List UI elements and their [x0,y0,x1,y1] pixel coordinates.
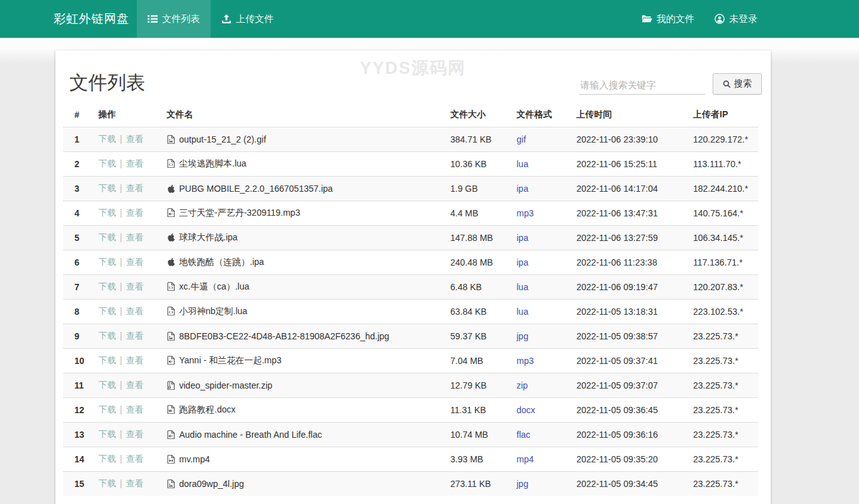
download-link[interactable]: 下载 [98,404,116,414]
file-format-link[interactable]: ipa [517,233,529,243]
download-link[interactable]: 下载 [98,281,116,291]
file-size: 10.74 MB [445,423,511,447]
view-link[interactable]: 查看 [126,404,144,414]
file-format-link[interactable]: ipa [517,257,529,267]
download-link[interactable]: 下载 [98,232,116,242]
download-link[interactable]: 下载 [98,158,116,168]
file-audio-icon [167,430,175,439]
action-separator: | [120,208,122,218]
download-link[interactable]: 下载 [98,478,116,488]
tab-file-list[interactable]: 文件列表 [137,0,211,38]
view-link[interactable]: 查看 [126,306,144,316]
file-name-link[interactable]: 球球大作战.ipa [179,232,238,242]
row-index: 6 [63,250,93,275]
view-link[interactable]: 查看 [126,331,144,341]
file-name-link[interactable]: xc.牛逼（ca）.lua [179,281,249,291]
file-format-link[interactable]: lua [517,307,529,317]
file-name-link[interactable]: 8BDFE0B3-CE22-4D48-AB12-81908A2F6236_hd.… [179,331,389,341]
file-name-link[interactable]: 跑路教程.docx [179,404,235,414]
upload-time: 2022-11-05 09:35:20 [571,447,688,472]
file-format-link[interactable]: zip [517,380,528,390]
action-separator: | [120,380,122,390]
file-format-link[interactable]: mp4 [517,454,534,464]
view-link[interactable]: 查看 [126,232,144,242]
file-name-link[interactable]: 地铁跑酷（连跳）.ipa [179,257,264,267]
action-separator: | [120,306,122,316]
uploader-ip: 23.225.73.* [688,472,758,496]
login-status-link[interactable]: 未登录 [707,0,765,38]
file-format-link[interactable]: ipa [517,184,529,194]
upload-time: 2022-11-05 09:36:16 [571,423,688,447]
download-link[interactable]: 下载 [98,257,116,267]
uploader-ip: 23.225.73.* [688,423,758,447]
download-link[interactable]: 下载 [98,380,116,390]
top-navbar: 彩虹外链网盘 文件列表 上传文件 我的文件 [0,0,859,38]
row-index: 12 [63,398,93,423]
file-name-link[interactable]: output-15_21_2 (2).gif [179,134,266,144]
row-index: 14 [63,447,93,472]
view-link[interactable]: 查看 [126,158,144,168]
download-link[interactable]: 下载 [98,183,116,193]
col-header-format: 文件格式 [511,103,571,127]
upload-time: 2022-11-05 09:37:07 [571,373,688,398]
file-name-link[interactable]: Audio machine - Breath And Life.flac [179,430,322,440]
file-format-link[interactable]: lua [517,282,529,292]
view-link[interactable]: 查看 [126,281,144,291]
view-link[interactable]: 查看 [126,454,144,464]
col-header-time: 上传时间 [571,103,688,127]
row-index: 13 [63,423,93,447]
download-link[interactable]: 下载 [98,454,116,464]
file-name-link[interactable]: dora09wp_4l.jpg [179,479,244,489]
file-format-link[interactable]: jpg [517,331,529,341]
file-format-link[interactable]: gif [517,134,526,144]
view-link[interactable]: 查看 [126,478,144,488]
file-format-link[interactable]: flac [517,430,530,440]
view-link[interactable]: 查看 [126,208,144,218]
view-link[interactable]: 查看 [126,429,144,439]
action-separator: | [120,257,122,267]
search-icon [723,80,731,88]
download-link[interactable]: 下载 [98,208,116,218]
view-link[interactable]: 查看 [126,380,144,390]
download-link[interactable]: 下载 [98,429,116,439]
file-size: 273.11 KB [445,472,511,496]
file-name-link[interactable]: 尘埃逃跑脚本.lua [179,158,247,168]
table-row: 12 下载|查看 w跑路教程.docx 11.31 KB docx 2022-1… [63,398,758,423]
apple-icon [167,257,175,266]
search-button[interactable]: 搜索 [713,73,762,95]
action-separator: | [120,232,122,242]
file-format-link[interactable]: jpg [517,479,529,489]
upload-time: 2022-11-06 13:27:59 [571,226,688,250]
file-size: 1.9 GB [445,177,511,201]
view-link[interactable]: 查看 [126,355,144,365]
download-link[interactable]: 下载 [98,134,116,144]
table-row: 15 下载|查看 dora09wp_4l.jpg 273.11 KB jpg 2… [63,472,758,496]
download-link[interactable]: 下载 [98,306,116,316]
search-area: 搜索 [579,73,762,95]
file-name-link[interactable]: 三寸天堂-严艺丹-3209119.mp3 [179,208,300,218]
download-link[interactable]: 下载 [98,331,116,341]
file-format-link[interactable]: lua [517,159,529,169]
file-name-link[interactable]: video_spider-master.zip [179,380,272,390]
file-name-link[interactable]: 小羽神nb定制.lua [179,306,247,316]
tab-upload[interactable]: 上传文件 [211,0,284,38]
file-format-link[interactable]: mp3 [517,356,534,366]
file-word-icon: w [167,405,175,414]
tab-upload-label: 上传文件 [236,13,274,25]
file-name-link[interactable]: Yanni - 和兰花在一起.mp3 [179,355,281,365]
file-name-link[interactable]: mv.mp4 [179,454,210,464]
search-input[interactable] [579,76,705,95]
my-files-link[interactable]: 我的文件 [634,0,702,38]
action-separator: | [120,404,122,414]
download-link[interactable]: 下载 [98,355,116,365]
view-link[interactable]: 查看 [126,183,144,193]
view-link[interactable]: 查看 [126,257,144,267]
action-separator: | [120,281,122,291]
brand-title[interactable]: 彩虹外链网盘 [54,0,129,38]
uploader-ip: 23.225.73.* [688,349,758,373]
file-image-icon [167,135,175,144]
view-link[interactable]: 查看 [126,134,144,144]
file-format-link[interactable]: docx [517,405,535,415]
file-name-link[interactable]: PUBG MOBILE_2.2.0_1667051357.ipa [179,184,333,194]
file-format-link[interactable]: mp3 [517,208,534,218]
